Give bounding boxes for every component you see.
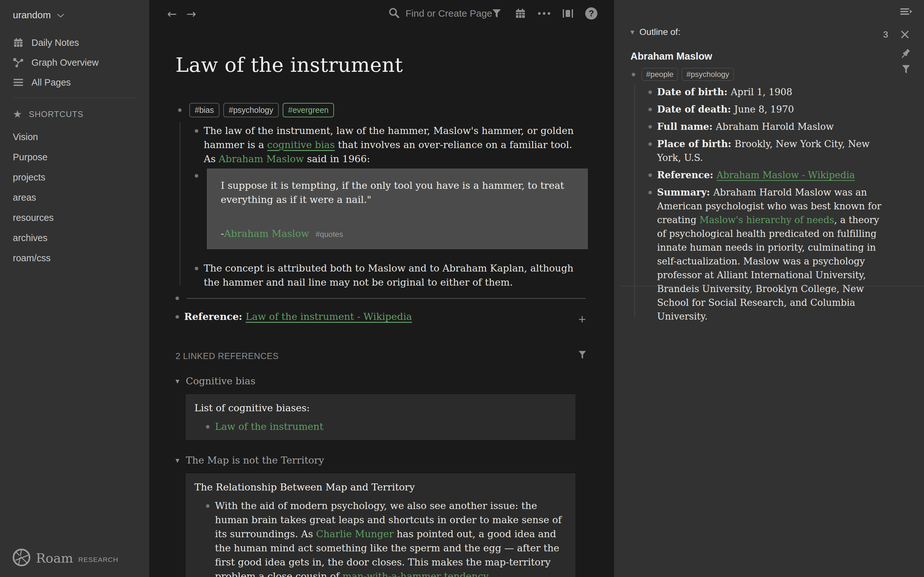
block-bullet[interactable]	[648, 142, 652, 146]
divider-block	[176, 297, 588, 300]
back-arrow-icon[interactable]: ←	[167, 8, 177, 21]
block-bullet[interactable]	[648, 173, 652, 177]
collapse-caret-icon[interactable]: ▾	[176, 456, 179, 465]
outline-toggle-icon[interactable]	[899, 5, 913, 19]
fact-date-of-birth: Date of birth: April 1, 1908	[648, 85, 898, 99]
shortcut-purpose[interactable]: Purpose	[13, 152, 47, 163]
ref-group-cognitive-bias[interactable]: ▾ Cognitive bias	[176, 376, 588, 387]
filter-icon[interactable]	[577, 350, 587, 361]
tag-psychology[interactable]: #psychology	[223, 103, 279, 117]
calendar-icon[interactable]	[514, 7, 527, 20]
tag-pills: #bias #psychology #evergreen	[189, 103, 334, 117]
help-icon[interactable]: ?	[585, 7, 598, 19]
shortcut-projects[interactable]: projects	[13, 172, 45, 183]
page-link[interactable]: Law of the instrument	[215, 421, 323, 432]
roam-logo: Roam RESEARCH	[12, 548, 118, 568]
chevron-down-icon	[57, 10, 65, 21]
block-bullet[interactable]	[648, 191, 652, 194]
page-link[interactable]: Abraham Maslow	[219, 153, 304, 164]
ref-group-map-territory[interactable]: ▾ The Map is not the Territory	[176, 455, 588, 466]
page-link[interactable]: Abraham Maslow - Wikipedia	[716, 169, 855, 181]
page-link[interactable]: Abraham Maslow	[224, 228, 309, 239]
ref-item-text: Law of the instrument	[215, 420, 323, 434]
fact-place-of-birth: Place of birth: Brookly, New York City, …	[648, 137, 898, 165]
tag-evergreen[interactable]: #evergreen	[283, 103, 334, 117]
page-link[interactable]: cognitive bias	[267, 139, 335, 150]
graph-name: urandom	[13, 10, 51, 21]
block-bullet[interactable]	[195, 267, 198, 270]
quote-attribution: -Abraham Maslow#quotes	[221, 228, 576, 239]
block-bullet[interactable]	[195, 129, 198, 133]
close-icon[interactable]: ×	[899, 26, 911, 42]
block-bullet[interactable]	[648, 108, 652, 111]
sidebar-item-all-pages[interactable]: All Pages	[13, 77, 71, 88]
graph-switcher[interactable]: urandom	[13, 10, 65, 21]
search-input[interactable]: Find or Create Page	[388, 7, 492, 20]
topbar: ← → Find or Create Page ?	[149, 0, 614, 29]
collapse-caret-icon[interactable]: ▾	[630, 27, 634, 37]
shortcut-vision[interactable]: Vision	[13, 132, 38, 142]
page-link[interactable]: Charlie Munger	[316, 528, 394, 540]
sidebar-item-label: Graph Overview	[31, 57, 99, 68]
sidebar-item-graph-overview[interactable]: Graph Overview	[13, 57, 99, 68]
page-link[interactable]: man-with-a-hammer tendency	[342, 571, 487, 577]
block-bullet[interactable]	[206, 504, 210, 508]
shortcut-roam-css[interactable]: roam/css	[13, 253, 51, 263]
filter-icon[interactable]	[490, 7, 503, 20]
collapse-caret-icon[interactable]: ▾	[176, 377, 179, 386]
pin-icon[interactable]	[899, 47, 912, 61]
block-bullet[interactable]	[632, 73, 635, 76]
block-bullet[interactable]	[648, 90, 652, 94]
text-segment: Full name:	[657, 121, 716, 132]
fact-date-of-death: Date of death: June 8, 1970	[648, 103, 898, 116]
add-block-icon[interactable]: +	[578, 312, 586, 327]
text-segment: Summary:	[657, 187, 713, 198]
forward-arrow-icon[interactable]: →	[186, 8, 196, 21]
text-segment: June 8, 1970	[734, 104, 794, 115]
page-link[interactable]: Law of the instrument - Wikipedia	[246, 311, 412, 322]
text-segment: April 1, 1908	[731, 87, 792, 97]
outline-page-title[interactable]: Abraham Maslow	[630, 51, 898, 62]
fact-summary: Summary: Abraham Harold Maslow was an Am…	[648, 185, 898, 324]
more-options-icon[interactable]	[538, 7, 551, 20]
fact-text: Place of birth: Brookly, New York City, …	[657, 137, 882, 165]
filter-icon[interactable]	[901, 64, 911, 76]
text-segment: Abraham Harold Maslow	[716, 121, 834, 132]
tag-bias[interactable]: #bias	[189, 103, 220, 117]
right-sidebar: ▾ Outline of: 3 × Abraham Maslow #people…	[614, 0, 924, 577]
sidebar-item-daily-notes[interactable]: Daily Notes	[13, 37, 79, 48]
block-bullet[interactable]	[178, 108, 182, 112]
tag-quotes[interactable]: #quotes	[316, 230, 343, 239]
tag-people[interactable]: #people	[642, 68, 678, 81]
topbar-icons: ?	[490, 7, 598, 20]
page-link[interactable]: Maslow's hierarchy of needs	[699, 214, 834, 226]
search-icon	[388, 7, 400, 20]
block-bullet[interactable]	[195, 174, 198, 177]
fact-text: Full name: Abraham Harold Maslow	[657, 120, 834, 134]
block-bullet[interactable]	[176, 315, 179, 319]
concept-block: The concept is attributed both to Maslow…	[195, 261, 588, 290]
text-segment: , a theory of psychological health predi…	[657, 214, 879, 322]
tags-block: #bias #psychology #evergreen	[176, 103, 588, 117]
search-placeholder: Find or Create Page	[405, 8, 492, 19]
outline-children: Date of birth: April 1, 1908 Date of dea…	[630, 85, 898, 324]
roam-logo-icon	[12, 548, 31, 568]
fact-text: Reference: Abraham Maslow - Wikipedia	[657, 168, 855, 182]
open-sidebar-icon[interactable]	[561, 7, 574, 20]
shortcut-resources[interactable]: resources	[13, 213, 53, 223]
shortcut-archives[interactable]: archives	[13, 233, 47, 243]
block-bullet[interactable]	[648, 125, 652, 129]
block-bullet[interactable]	[206, 425, 210, 429]
ref-group-title: The Map is not the Territory	[186, 455, 324, 466]
reference-text: Reference: Law of the instrument - Wikip…	[184, 309, 412, 324]
text-segment: .	[487, 571, 491, 577]
calendar-icon	[13, 37, 24, 48]
sidebar-item-label: Daily Notes	[31, 37, 79, 48]
ref-card-map-territory: The Relationship Between Map and Territo…	[185, 473, 576, 577]
roam-logo-subtext: RESEARCH	[78, 556, 118, 564]
block-bullet[interactable]	[176, 297, 179, 300]
shortcut-areas[interactable]: areas	[13, 192, 36, 203]
concept-text: The concept is attributed both to Maslow…	[204, 261, 577, 290]
outline-header[interactable]: ▾ Outline of:	[630, 27, 898, 37]
tag-psychology[interactable]: #psychology	[682, 68, 733, 81]
